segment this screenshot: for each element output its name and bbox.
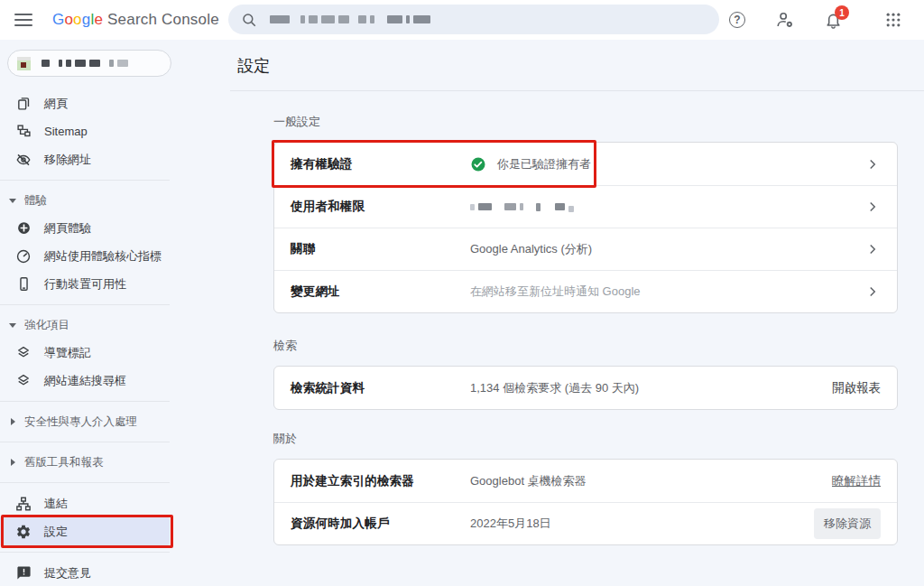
row-crawl-stats[interactable]: 檢索統計資料 1,134 個檢索要求 (過去 90 天內) 開啟報表 (274, 367, 897, 409)
sidebar-item-pages[interactable]: 網頁 (0, 89, 230, 117)
open-report-link[interactable]: 開啟報表 (832, 380, 881, 396)
help-button[interactable] (721, 4, 753, 36)
sidebar-item-label: 網頁 (44, 96, 68, 112)
row-label: 關聯 (291, 241, 470, 257)
search-icon (241, 12, 257, 28)
eye-off-icon (15, 152, 32, 168)
row-label: 用於建立索引的檢索器 (291, 473, 470, 489)
person-gear-icon (775, 10, 795, 30)
row-label: 變更網址 (291, 284, 470, 300)
main-content: 設定 一般設定 擁有權驗證 你是已驗證擁有者 使用者和權限 (230, 40, 924, 586)
search-input[interactable] (228, 5, 719, 34)
sidebar-section-security[interactable]: 安全性與專人介入處理 (0, 408, 230, 435)
chevron-right-icon[interactable] (864, 156, 881, 172)
help-icon (729, 12, 745, 28)
learn-more-link[interactable]: 瞭解詳情 (832, 473, 881, 489)
pages-icon (15, 96, 32, 112)
divider (0, 482, 170, 483)
sidebar-item-page-experience[interactable]: 網頁體驗 (0, 214, 230, 242)
sidebar-item-feedback[interactable]: 提交意見 (0, 559, 230, 586)
sitemap-icon (15, 124, 32, 140)
sidebar-item-settings[interactable]: 設定 (0, 517, 170, 545)
row-associations[interactable]: 關聯 Google Analytics (分析) (274, 228, 897, 270)
sidebar-item-mobile-usability[interactable]: 行動裝置可用性 (0, 270, 230, 298)
divider (0, 180, 170, 181)
divider (0, 304, 170, 305)
chevron-right-icon[interactable] (864, 241, 881, 257)
remove-property-button[interactable]: 移除資源 (814, 508, 881, 539)
general-settings-card: 擁有權驗證 你是已驗證擁有者 使用者和權限 關聯 Google Analytic… (273, 142, 898, 313)
sidebar-item-removals[interactable]: 移除網址 (0, 145, 230, 173)
sidebar-item-sitemaps[interactable]: Sitemap (0, 117, 230, 145)
row-value: Google Analytics (分析) (470, 241, 592, 257)
page-title: 設定 (230, 40, 924, 90)
section-label-crawl: 檢索 (273, 338, 898, 354)
sidebar-item-label: 提交意見 (44, 565, 91, 581)
notifications-button[interactable]: 1 (817, 4, 849, 36)
row-label: 資源何時加入帳戶 (291, 516, 470, 532)
row-ownership-verification[interactable]: 擁有權驗證 你是已驗證擁有者 (274, 143, 897, 185)
row-label: 檢索統計資料 (291, 380, 470, 396)
row-label: 使用者和權限 (291, 199, 470, 215)
app-logo[interactable]: Google Search Console (52, 11, 219, 29)
redacted-search-query (257, 15, 434, 23)
sidebar: 網頁 Sitemap 移除網址 體驗 網頁體驗 (0, 40, 230, 586)
sidebar-item-label: 網站使用體驗核心指標 (44, 248, 162, 265)
crawl-card: 檢索統計資料 1,134 個檢索要求 (過去 90 天內) 開啟報表 (273, 366, 898, 410)
row-value: 你是已驗證擁有者 (497, 156, 591, 172)
layers-diamond-icon (15, 373, 32, 389)
row-value: Googlebot 桌機檢索器 (470, 473, 587, 489)
row-indexing-crawler: 用於建立索引的檢索器 Googlebot 桌機檢索器 瞭解詳情 (274, 460, 897, 502)
layers-diamond-icon (15, 345, 32, 361)
top-app-bar: Google Search Console 1 (0, 0, 924, 40)
sidebar-section-experience[interactable]: 體驗 (0, 187, 230, 214)
sidebar-item-links[interactable]: 連結 (0, 489, 230, 517)
sidebar-section-enhancements[interactable]: 強化項目 (0, 312, 230, 339)
row-change-of-address[interactable]: 變更網址 在網站移至新位址時通知 Google (274, 270, 897, 312)
page-experience-icon (15, 220, 32, 237)
chevron-right-icon (11, 418, 15, 425)
verified-check-icon (470, 156, 486, 172)
sidebar-section-legacy-tools[interactable]: 舊版工具和報表 (0, 449, 230, 476)
links-tree-icon (15, 496, 32, 512)
apps-grid-button[interactable] (877, 4, 910, 36)
row-value: 在網站移至新位址時通知 Google (470, 284, 641, 300)
row-users-permissions[interactable]: 使用者和權限 (274, 185, 897, 228)
sidebar-item-core-web-vitals[interactable]: 網站使用體驗核心指標 (0, 242, 230, 270)
chevron-right-icon[interactable] (864, 284, 881, 300)
property-favicon (17, 57, 31, 70)
sidebar-item-label: 移除網址 (44, 152, 91, 168)
sidebar-item-sitelinks-searchbox[interactable]: 網站連結搜尋框 (0, 367, 230, 395)
notification-badge[interactable]: 1 (835, 5, 849, 20)
hamburger-menu-icon[interactable] (14, 14, 32, 26)
sidebar-item-label: 行動裝置可用性 (44, 276, 126, 293)
sidebar-item-label: 連結 (44, 496, 68, 512)
divider (0, 552, 170, 553)
sidebar-section-label: 體驗 (24, 193, 47, 209)
gear-icon (15, 524, 32, 540)
chevron-down-icon (9, 323, 16, 328)
chevron-down-icon (9, 199, 16, 203)
property-selector[interactable] (7, 50, 171, 77)
feedback-icon (15, 565, 32, 581)
sidebar-section-label: 安全性與專人介入處理 (24, 414, 137, 430)
divider (0, 442, 170, 442)
speedometer-icon (15, 248, 32, 265)
row-label: 擁有權驗證 (291, 156, 470, 172)
sidebar-item-breadcrumbs[interactable]: 導覽標記 (0, 339, 230, 367)
user-settings-button[interactable] (769, 4, 801, 36)
about-card: 用於建立索引的檢索器 Googlebot 桌機檢索器 瞭解詳情 資源何時加入帳戶… (273, 459, 898, 545)
sidebar-item-label: 設定 (44, 524, 68, 540)
row-value: 1,134 個檢索要求 (過去 90 天內) (470, 380, 639, 396)
redacted-property-name (42, 60, 132, 67)
sidebar-section-label: 舊版工具和報表 (24, 455, 104, 470)
sidebar-item-label: 網頁體驗 (44, 220, 91, 237)
section-label-about: 關於 (273, 431, 898, 447)
apps-grid-icon (884, 11, 902, 29)
divider (230, 90, 924, 91)
google-logo: Google (52, 11, 103, 29)
redacted-users-value (470, 202, 578, 212)
chevron-right-icon[interactable] (864, 199, 881, 215)
chevron-right-icon (11, 459, 15, 466)
sidebar-item-label: 導覽標記 (44, 345, 91, 361)
